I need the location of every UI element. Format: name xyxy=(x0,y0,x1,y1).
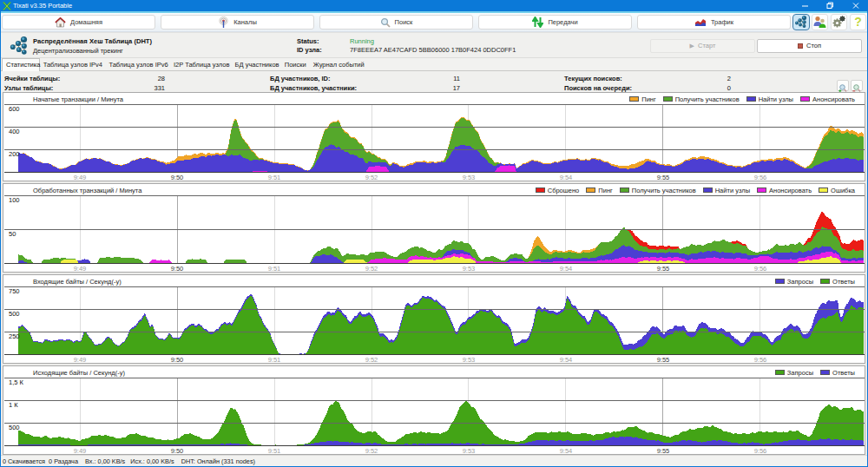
svg-text:?: ? xyxy=(854,15,862,29)
